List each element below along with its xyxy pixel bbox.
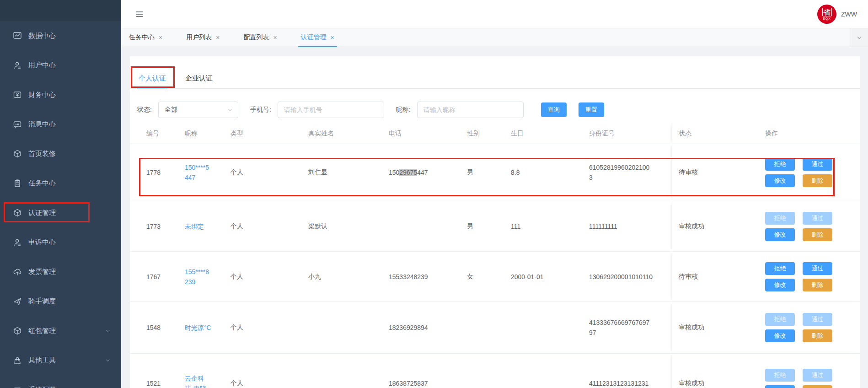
window-tab[interactable]: 认证管理×	[301, 28, 334, 47]
edit-button[interactable]: 修改	[765, 228, 795, 241]
row-actions: 拒绝通过修改删除	[765, 369, 832, 388]
row-type: 个人	[230, 222, 308, 231]
user-menu[interactable]: 省 SQX ZWW	[817, 5, 857, 24]
table-scroll-area: 编号昵称类型真实姓名电话性别生日身份证号	[130, 124, 672, 144]
approve-button[interactable]: 通过	[803, 212, 832, 225]
approve-button[interactable]: 通过	[803, 313, 832, 326]
delete-button[interactable]: 删除	[803, 385, 832, 388]
sidebar-item[interactable]: 任务中心	[0, 169, 121, 199]
sidebar-item[interactable]: 消息中心	[0, 110, 121, 140]
table-fixed-area: 审核成功拒绝通过修改删除	[672, 201, 860, 251]
close-icon[interactable]: ×	[216, 34, 220, 41]
sidebar-item-label: 任务中心	[28, 179, 56, 188]
column-header: 操作	[765, 129, 859, 138]
table-header-row: 编号昵称类型真实姓名电话性别生日身份证号状态操作	[130, 124, 860, 144]
row-phone: 15029675447	[389, 169, 467, 176]
row-id-card: 61052819960202100 3	[589, 162, 649, 183]
window-tab[interactable]: 用户列表×	[186, 28, 220, 47]
reset-button[interactable]: 重置	[579, 102, 604, 117]
nickname-link[interactable]: 150****5 447	[185, 162, 209, 183]
close-icon[interactable]: ×	[331, 34, 334, 41]
sidebar-item[interactable]: 用户中心	[0, 51, 121, 81]
approve-button[interactable]: 通过	[803, 262, 832, 275]
row-type: 个人	[230, 323, 308, 332]
sidebar-item[interactable]: 认证管理	[0, 198, 121, 228]
column-header: 类型	[230, 129, 308, 138]
chevron-down-icon	[227, 107, 233, 113]
row-actions: 拒绝通过修改删除	[765, 158, 832, 187]
sidebar-item[interactable]: 骑手调度	[0, 287, 121, 317]
sidebar-item[interactable]: 首页装修	[0, 139, 121, 169]
row-id: 1773	[146, 223, 185, 230]
cube-icon	[13, 208, 22, 217]
status-text: 审核成功	[672, 323, 765, 332]
delete-button[interactable]: 删除	[803, 279, 832, 291]
row-type: 个人	[230, 379, 308, 388]
sidebar-item[interactable]: 红包管理	[0, 316, 121, 346]
nickname-link[interactable]: 云企科 技-申晓	[185, 373, 206, 388]
row-type: 个人	[230, 273, 308, 281]
status-text: 待审核	[672, 273, 765, 281]
hamburger-icon[interactable]	[135, 10, 144, 19]
nickname-input[interactable]	[417, 102, 524, 118]
window-tab-label: 任务中心	[129, 33, 155, 42]
delete-button[interactable]: 删除	[803, 228, 832, 241]
row-phone: 18236929894	[389, 324, 467, 331]
sidebar-item[interactable]: 数据中心	[0, 21, 121, 51]
cube-icon	[13, 326, 22, 335]
menu-lines-icon	[13, 385, 22, 388]
row-real-name: 梁默认	[308, 222, 389, 231]
tabs-dropdown-button[interactable]	[850, 28, 868, 47]
edit-button[interactable]: 修改	[765, 385, 795, 388]
edit-button[interactable]: 修改	[765, 329, 795, 342]
auth-type-tab[interactable]: 个人认证	[137, 69, 167, 88]
sidebar-item[interactable]: 发票管理	[0, 257, 121, 287]
sidebar-item[interactable]: 申诉中心	[0, 228, 121, 258]
nickname-link[interactable]: 155****8 239	[185, 267, 209, 287]
admin-page: 数据中心用户中心财务中心消息中心首页装修任务中心认证管理申诉中心发票管理骑手调度…	[0, 0, 868, 388]
sidebar-item[interactable]: 财务中心	[0, 80, 121, 110]
nickname-link[interactable]: 未绑定	[185, 221, 204, 232]
close-icon[interactable]: ×	[159, 34, 162, 41]
table-fixed-area: 审核成功拒绝通过修改删除	[672, 354, 860, 388]
reject-button[interactable]: 拒绝	[765, 313, 795, 326]
delete-button[interactable]: 删除	[803, 329, 832, 342]
row-birthday: 2000-01-01	[511, 273, 589, 280]
edit-button[interactable]: 修改	[765, 174, 795, 187]
row-id-card: 111111111	[589, 221, 617, 232]
send-icon	[13, 297, 22, 306]
table-scroll-area: 1548时光凉°C个人1823692989441333676669767697 …	[130, 302, 672, 353]
user-icon	[13, 238, 22, 247]
phone-input[interactable]	[278, 102, 384, 118]
column-header: 电话	[389, 129, 467, 138]
window-tab[interactable]: 配置列表×	[243, 28, 277, 47]
row-type: 个人	[230, 168, 308, 177]
chevron-down-icon	[105, 357, 111, 364]
reject-button[interactable]: 拒绝	[765, 158, 795, 171]
edit-button[interactable]: 修改	[765, 279, 795, 291]
sidebar-item-label: 财务中心	[28, 91, 56, 99]
status-filter-label: 状态:	[137, 106, 152, 114]
reject-button[interactable]: 拒绝	[765, 262, 795, 275]
search-button[interactable]: 查询	[541, 102, 567, 117]
status-select-value: 全部	[165, 106, 177, 114]
approve-button[interactable]: 通过	[803, 158, 832, 171]
reject-button[interactable]: 拒绝	[765, 369, 795, 382]
delete-button[interactable]: 删除	[803, 174, 832, 187]
sidebar-item[interactable]: 其他工具	[0, 346, 121, 376]
sidebar-item[interactable]: 系统配置	[0, 375, 121, 388]
status-select[interactable]: 全部	[158, 102, 238, 118]
table-scroll-area: 1767155****8 239个人小九15533248239女2000-01-…	[130, 252, 672, 302]
reject-button[interactable]: 拒绝	[765, 212, 795, 225]
table-fixed-area: 审核成功拒绝通过修改删除	[672, 302, 860, 353]
approve-button[interactable]: 通过	[803, 369, 832, 382]
nickname-link[interactable]: 时光凉°C	[185, 323, 211, 333]
chevron-down-icon	[105, 328, 111, 334]
phone-text: 18638725837	[389, 380, 428, 387]
column-header: 编号	[146, 129, 185, 138]
auth-table: 编号昵称类型真实姓名电话性别生日身份证号状态操作1778150****5 447…	[130, 124, 860, 388]
window-tab[interactable]: 任务中心×	[129, 28, 162, 47]
close-icon[interactable]: ×	[273, 34, 277, 41]
auth-type-tab[interactable]: 企业认证	[184, 69, 214, 88]
window-tabs: 任务中心×用户列表×配置列表×认证管理×	[129, 28, 358, 47]
